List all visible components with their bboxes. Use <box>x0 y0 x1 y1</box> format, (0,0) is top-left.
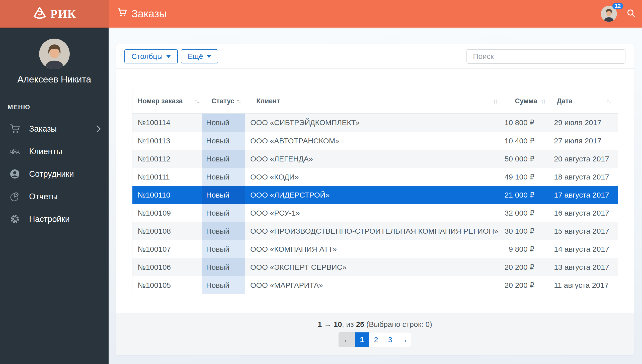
page-button-3[interactable]: 3 <box>383 332 397 347</box>
profile-avatar[interactable] <box>39 39 70 69</box>
employees-icon <box>9 168 21 180</box>
table-footer: 1 → 10, из 25 (Выбрано строк: 0) ← 1 2 3… <box>116 313 634 355</box>
header-label: Номер заказа <box>138 97 183 105</box>
header-label: Статус <box>211 97 234 105</box>
date-cell: 13 августа 2017 <box>546 258 618 276</box>
app-logo[interactable]: РИК <box>0 0 109 28</box>
table-header-row: Номер заказа ↑↓ Статус ↑↓ Клиент ↑↓ Сумм… <box>132 89 618 114</box>
sum-cell: 49 100 ₽ <box>500 168 546 186</box>
search-input[interactable] <box>466 49 625 64</box>
client-cell: ООО «СИБТРЭЙДКОМПЛЕКТ» <box>245 114 500 132</box>
table-row-selected[interactable]: №100110 Новый ООО «ЛИДЕРСТРОЙ» 21 000 ₽ … <box>132 186 618 204</box>
status-badge: Новый <box>202 114 245 132</box>
sort-icon[interactable]: ↑↓ <box>236 98 242 105</box>
table-row[interactable]: №100107 Новый ООО «КОМПАНИЯ АТТ» 9 800 ₽… <box>132 240 618 258</box>
sidebar-item-label: Сотрудники <box>29 169 74 179</box>
search-icon[interactable] <box>626 9 636 19</box>
date-cell: 18 августа 2017 <box>546 168 618 186</box>
client-cell: ООО «ЭКСПЕРТ СЕРВИС» <box>245 258 500 276</box>
table-row[interactable]: №100109 Новый ООО «РСУ-1» 32 000 ₽ 16 ав… <box>132 204 618 222</box>
topbar-actions: 12 <box>601 6 642 22</box>
client-cell: ООО «КОДИ» <box>245 168 500 186</box>
header-label: Сумма <box>515 97 537 105</box>
page-button-2[interactable]: 2 <box>369 332 383 347</box>
status-badge: Новый <box>202 168 245 186</box>
client-cell: ООО «ЛИДЕРСТРОЙ» <box>245 186 500 204</box>
table-row[interactable]: №100106 Новый ООО «ЭКСПЕРТ СЕРВИС» 20 20… <box>132 258 618 276</box>
sum-cell: 21 000 ₽ <box>500 186 546 204</box>
order-number-cell: №100108 <box>132 222 202 240</box>
date-cell: 17 августа 2017 <box>546 186 618 204</box>
page-title: Заказы <box>109 7 167 20</box>
table-row[interactable]: №100114 Новый ООО «СИБТРЭЙДКОМПЛЕКТ» 10 … <box>132 114 618 132</box>
date-cell: 20 августа 2017 <box>546 150 618 168</box>
sort-icon[interactable]: ↑↓ <box>493 98 498 105</box>
header-order-number[interactable]: Номер заказа ↑↓ <box>132 89 202 113</box>
chevron-right-icon <box>96 125 101 133</box>
sidebar-item-clients[interactable]: Клиенты <box>0 140 109 163</box>
sort-icon[interactable]: ↑↓ <box>194 98 200 105</box>
table-row[interactable]: №100111 Новый ООО «КОДИ» 49 100 ₽ 18 авг… <box>132 168 618 186</box>
pagination-summary: 1 → 10, из 25 (Выбрано строк: 0) <box>116 320 634 329</box>
user-avatar[interactable]: 12 <box>601 6 617 22</box>
sidebar-item-orders[interactable]: Заказы <box>0 118 109 140</box>
summary-from: 1 <box>318 320 322 328</box>
more-button[interactable]: Ещё <box>181 49 218 63</box>
sidebar-item-settings[interactable]: Настройки <box>0 208 109 230</box>
notifications-badge[interactable]: 12 <box>612 3 623 9</box>
sidebar-menu: Заказы Клиенты <box>0 118 109 230</box>
sort-desc-icon: ↓ <box>608 98 612 105</box>
caret-down-icon <box>166 55 171 58</box>
summary-to: 10 <box>334 320 342 328</box>
pagination: ← 1 2 3 → <box>339 332 411 347</box>
sum-cell: 10 800 ₽ <box>500 114 546 132</box>
date-cell: 27 июля 2017 <box>546 132 618 150</box>
orders-table-wrap: Номер заказа ↑↓ Статус ↑↓ Клиент ↑↓ Сумм… <box>132 89 618 294</box>
columns-button[interactable]: Столбцы <box>124 49 178 63</box>
date-cell: 16 августа 2017 <box>546 204 618 222</box>
table-row[interactable]: №100108 Новый ООО «ПРОИЗВОДСТВЕННО-СТРОИ… <box>132 222 618 240</box>
status-badge: Новый <box>202 258 245 276</box>
table-row[interactable]: №100105 Новый ООО «МАРГАРИТА» 20 200 ₽ 1… <box>132 276 618 294</box>
sidebar: Алексеев Никита МЕНЮ Заказы <box>0 28 109 364</box>
sum-cell: 10 400 ₽ <box>500 132 546 150</box>
order-number-cell: №100111 <box>132 168 202 186</box>
caret-down-icon <box>207 55 211 58</box>
clients-icon <box>9 146 21 157</box>
header-status[interactable]: Статус ↑↓ <box>202 89 245 113</box>
sort-desc-icon: ↓ <box>238 98 242 105</box>
order-number-cell: №100107 <box>132 240 202 258</box>
header-label: Клиент <box>256 97 280 105</box>
sort-icon[interactable]: ↑↓ <box>606 98 612 105</box>
orders-table: Номер заказа ↑↓ Статус ↑↓ Клиент ↑↓ Сумм… <box>132 89 618 294</box>
header-date[interactable]: Дата ↑↓ <box>546 89 618 113</box>
page-title-text: Заказы <box>131 8 167 20</box>
next-page-button[interactable]: → <box>397 332 411 347</box>
order-number-cell: №100113 <box>132 132 202 150</box>
main-content: Столбцы Ещё Номер заказа ↑↓ Статус ↑↓ <box>109 28 642 364</box>
status-badge: Новый <box>202 222 245 240</box>
page-button-1[interactable]: 1 <box>355 332 369 347</box>
header-client[interactable]: Клиент ↑↓ <box>245 89 500 113</box>
sidebar-item-reports[interactable]: Отчеты <box>0 185 109 208</box>
header-sum[interactable]: Сумма ↑↓ <box>500 89 546 113</box>
sort-desc-icon: ↓ <box>495 98 499 105</box>
table-row[interactable]: №100112 Новый ООО «ЛЕГЕНДА» 50 000 ₽ 20 … <box>132 150 618 168</box>
sort-icon[interactable]: ↑↓ <box>541 98 546 105</box>
status-badge: Новый <box>202 240 245 258</box>
user-profile: Алексеев Никита <box>0 28 109 85</box>
sum-cell: 20 200 ₽ <box>500 258 546 276</box>
prev-page-button[interactable]: ← <box>339 332 355 347</box>
status-badge: Новый <box>202 132 245 150</box>
sidebar-item-label: Заказы <box>29 124 57 134</box>
sidebar-item-employees[interactable]: Сотрудники <box>0 163 109 185</box>
summary-total: 25 <box>356 320 364 328</box>
sort-desc-icon: ↓ <box>196 98 200 105</box>
client-cell: ООО «АВТОТРАНСКОМ» <box>245 132 500 150</box>
table-row[interactable]: №100113 Новый ООО «АВТОТРАНСКОМ» 10 400 … <box>132 132 618 150</box>
date-cell: 15 августа 2017 <box>546 222 618 240</box>
date-cell: 14 августа 2017 <box>546 240 618 258</box>
reports-icon <box>9 191 21 202</box>
columns-button-label: Столбцы <box>131 52 163 61</box>
summary-of: , из <box>342 320 354 328</box>
